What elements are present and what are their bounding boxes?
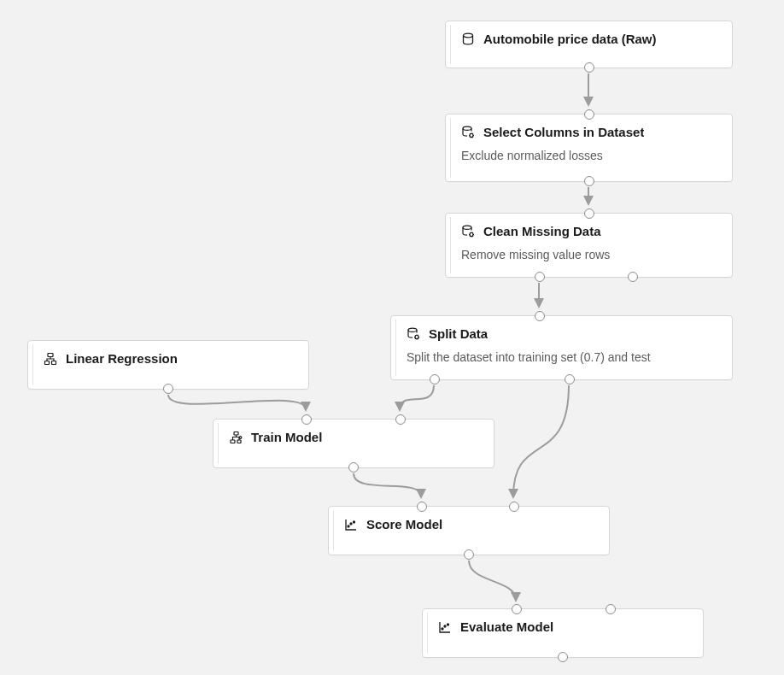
svg-rect-9 [52,361,56,364]
database-icon [461,32,475,46]
node-subtitle: Remove missing value rows [461,247,719,262]
scatter-icon [438,620,452,634]
input-port-1[interactable] [509,502,519,512]
input-port-0[interactable] [417,502,427,512]
data-gear-icon [407,327,420,341]
output-port-1[interactable] [628,272,638,282]
node-subtitle: Exclude normalized losses [461,148,719,163]
svg-point-19 [448,624,449,625]
output-port-0[interactable] [535,272,545,282]
svg-point-18 [444,625,446,627]
node-title: Linear Regression [66,351,178,366]
svg-point-13 [239,436,242,438]
node-title: Automobile price data (Raw) [483,32,657,46]
svg-point-17 [442,628,443,630]
svg-rect-12 [237,440,241,443]
node-title: Clean Missing Data [483,224,601,238]
node-title: Evaluate Model [460,619,553,634]
output-port[interactable] [558,652,568,662]
input-port[interactable] [535,311,545,321]
output-port[interactable] [584,62,594,73]
svg-rect-11 [231,440,235,443]
node-split-data[interactable]: Split Data Split the dataset into traini… [390,315,733,380]
data-gear-icon [461,126,475,139]
svg-point-15 [350,523,352,525]
node-automobile-price-data[interactable]: Automobile price data (Raw) [445,21,733,68]
svg-point-14 [348,525,349,527]
output-port[interactable] [163,384,173,394]
scatter-icon [344,518,358,531]
svg-point-16 [354,521,355,523]
node-linear-regression[interactable]: Linear Regression [27,340,309,390]
model-icon [44,352,57,366]
output-port[interactable] [348,462,359,472]
pipeline-canvas[interactable]: Automobile price data (Raw) Select Colum… [0,0,784,675]
train-icon [229,431,243,444]
node-title: Split Data [429,326,488,341]
node-score-model[interactable]: Score Model [328,506,610,555]
input-port-0[interactable] [301,414,312,425]
svg-rect-8 [45,361,50,364]
input-port-1[interactable] [606,604,616,614]
node-title: Score Model [366,517,442,531]
svg-point-5 [408,328,417,332]
node-select-columns[interactable]: Select Columns in Dataset Exclude normal… [445,114,733,182]
node-evaluate-model[interactable]: Evaluate Model [422,608,704,658]
input-port[interactable] [584,109,594,120]
node-title: Train Model [251,430,322,444]
output-port-1[interactable] [565,374,575,384]
svg-rect-10 [234,431,238,435]
svg-point-1 [463,126,471,130]
input-port-0[interactable] [512,604,522,614]
node-train-model[interactable]: Train Model [213,419,494,468]
input-port[interactable] [584,208,594,219]
input-port-1[interactable] [395,414,406,425]
output-port[interactable] [464,549,474,560]
output-port-0[interactable] [430,374,440,384]
svg-point-0 [464,33,473,38]
data-gear-icon [461,225,475,238]
svg-rect-7 [48,353,53,356]
node-subtitle: Split the dataset into training set (0.7… [407,349,719,365]
node-title: Select Columns in Dataset [483,125,644,139]
node-clean-missing-data[interactable]: Clean Missing Data Remove missing value … [445,213,733,278]
output-port[interactable] [584,176,594,186]
svg-point-3 [463,226,471,229]
